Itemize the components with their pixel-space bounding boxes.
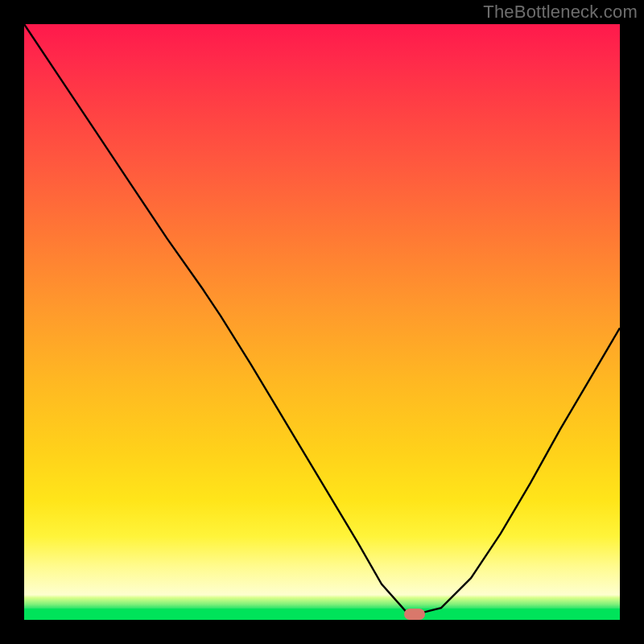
watermark-text: TheBottleneck.com [483, 2, 638, 23]
minimum-marker [404, 609, 425, 620]
bottleneck-curve-path [24, 24, 620, 614]
plot-area [24, 24, 620, 620]
chart-stage: TheBottleneck.com [0, 0, 644, 644]
bottleneck-curve [24, 24, 620, 620]
